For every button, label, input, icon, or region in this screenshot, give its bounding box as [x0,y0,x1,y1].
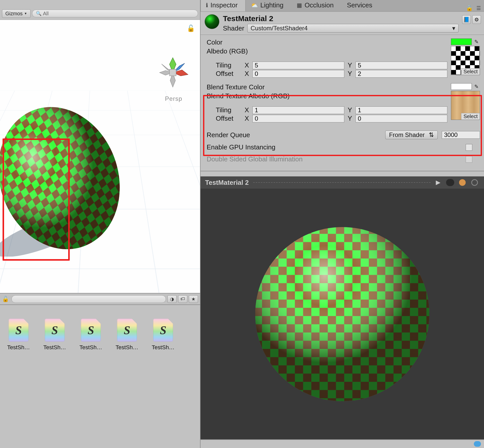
lock-icon[interactable]: 🔓 [187,24,195,32]
eyedropper-icon[interactable]: ✎ [473,83,480,90]
help-button[interactable]: 📘 [462,15,471,24]
tiling-label: Tiling [216,106,241,114]
shader-file-icon: S [81,319,101,342]
gpu-instancing-label: Enable GPU Instancing [207,143,462,151]
lock-icon[interactable]: 🔒 [466,5,473,11]
asset-label: TestSh… [43,344,66,351]
shader-asset[interactable]: S TestSh… [77,319,105,351]
menu-icon[interactable]: ☰ [476,5,481,11]
albedo-label: Albedo (RGB) [207,47,447,55]
blend-color-swatch[interactable] [451,83,472,90]
svg-point-18 [255,227,429,401]
star-icon[interactable]: ★ [189,295,198,303]
tiling-y-input[interactable] [355,62,447,69]
blend-texture-slot[interactable]: Select [451,91,480,120]
y-label: Y [346,70,353,78]
double-sided-gi-label: Double Sided Global Illumination [207,155,462,163]
shader-asset[interactable]: S TestSh… [41,319,69,351]
color-label: Color [207,38,447,46]
reflection-toggle[interactable] [470,178,479,187]
scene-toolbar: Gizmos ▼ 🔍 All [0,0,200,20]
albedo-texture-slot[interactable]: Select [451,46,480,75]
gizmos-label: Gizmos [5,11,23,17]
blend-color-label: Blend Texture Color [207,83,447,91]
chevron-up-down-icon: ⇅ [429,131,434,138]
blend-tiling-y-input[interactable] [355,106,447,114]
scene-search-input[interactable]: 🔍 All [32,10,198,17]
offset-label: Offset [216,70,241,78]
double-sided-gi-checkbox [466,156,472,163]
tab-services[interactable]: Services [341,0,380,11]
offset-label: Offset [216,115,241,122]
perspective-label: Persp [165,95,182,102]
svg-rect-6 [169,69,176,76]
status-bar [201,439,484,448]
lighting-icon: ⛅ [251,2,258,9]
scene-capsule-object[interactable] [0,106,130,257]
render-queue-label: Render Queue [207,131,381,139]
chevron-down-icon: ▼ [24,12,27,15]
asset-label: TestSh… [7,344,30,351]
info-icon: ℹ [206,2,208,9]
gpu-instancing-checkbox[interactable] [466,144,472,151]
panel-separator[interactable] [201,171,484,176]
search-placeholder: All [43,11,49,17]
cloud-icon[interactable] [474,441,481,447]
lock-icon[interactable]: 🔓 [2,296,9,302]
project-search-input[interactable] [11,295,166,303]
shader-label: Shader [223,24,244,32]
preview-shape-toggle[interactable] [445,178,455,187]
offset-y-input[interactable] [355,70,447,78]
tag-icon[interactable]: 🏷 [178,295,187,303]
lighting-toggle[interactable] [458,178,467,187]
tab-occlusion[interactable]: ▦ Occlusion [291,0,341,11]
y-label: Y [346,61,353,69]
asset-label: TestSh… [79,344,102,351]
material-preview-thumb[interactable] [205,14,219,29]
shader-asset[interactable]: S TestSh… [5,319,33,351]
gear-icon[interactable]: ⚙ [472,15,481,24]
play-icon[interactable]: ▶ [433,178,443,187]
shader-dropdown[interactable]: Custom/TestShader4 ▾ [247,24,459,33]
filter-icon[interactable]: ◑ [167,295,177,303]
blend-offset-y-input[interactable] [355,115,447,122]
render-queue-value-input[interactable] [442,131,480,139]
divider [253,182,431,183]
asset-label: TestSh… [116,344,138,351]
color-albedo-section: Color Albedo (RGB) Tiling X Y Offset [207,37,480,79]
shader-file-icon: S [117,319,137,342]
tab-label: Occlusion [305,1,334,9]
material-name: TestMaterial 2 [223,14,459,23]
color-swatch[interactable] [451,38,472,45]
tab-inspector[interactable]: ℹ Inspector [201,0,246,11]
select-texture-button[interactable]: Select [461,113,480,120]
shader-asset[interactable]: S TestSh… [149,319,177,351]
x-label: X [243,115,250,122]
eyedropper-icon[interactable]: ✎ [473,38,480,45]
blend-tiling-x-input[interactable] [252,106,344,114]
tab-lighting[interactable]: ⛅ Lighting [246,0,291,11]
select-texture-button[interactable]: Select [461,68,480,75]
material-preview-viewport[interactable] [201,189,484,439]
shader-file-icon: S [45,319,65,342]
x-label: X [243,70,250,78]
blend-albedo-label: Blend Texture Albedo (RGB) [207,92,447,100]
shader-asset[interactable]: S TestSh… [113,319,141,351]
offset-x-input[interactable] [252,70,344,78]
tiling-x-input[interactable] [252,62,344,69]
render-queue-dropdown[interactable]: From Shader ⇅ [385,131,438,139]
project-panel: 🔓 ◑ 🏷 ★ S TestSh…S TestSh…S TestSh…S Tes… [0,293,200,448]
asset-label: TestSh… [152,344,174,351]
occlusion-icon: ▦ [297,2,302,9]
blend-offset-x-input[interactable] [252,115,344,122]
scene-viewport[interactable]: 🔓 Persp [0,20,200,293]
search-icon: 🔍 [36,11,41,16]
gizmos-dropdown[interactable]: Gizmos ▼ [2,9,31,18]
material-header: TestMaterial 2 Shader Custom/TestShader4… [201,12,484,34]
preview-title: TestMaterial 2 [205,179,249,187]
tiling-label: Tiling [216,61,241,69]
orientation-gizmo[interactable] [156,56,189,89]
material-preview-header: TestMaterial 2 ▶ [201,176,484,189]
shader-value: Custom/TestShader4 [251,25,308,32]
y-label: Y [346,115,353,122]
